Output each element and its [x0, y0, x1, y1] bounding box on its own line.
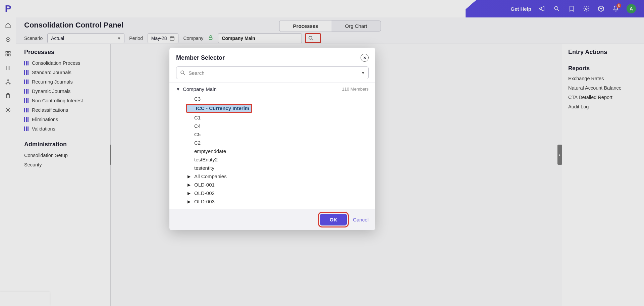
tree-item[interactable]: testEntity2 [186, 155, 369, 164]
tree-item-label: OLD-002 [194, 190, 215, 196]
modal-title: Member Selector [176, 54, 225, 61]
close-icon[interactable]: ✕ [361, 54, 369, 62]
tree-item[interactable]: testentity [186, 164, 369, 172]
tree-item-label: C3 [194, 96, 201, 102]
tree-item[interactable]: C1 [186, 113, 369, 122]
tree-item-label: C4 [194, 123, 201, 129]
tree-item-label: testEntity2 [194, 157, 218, 162]
tree-item-label: C1 [194, 115, 201, 120]
tree-item-label: ICC - Currency Interim [196, 105, 249, 111]
cancel-button[interactable]: Cancel [353, 214, 369, 225]
tree-item[interactable]: ▶OLD-002 [186, 189, 369, 197]
tree-item-label: C5 [194, 132, 201, 137]
tree-item[interactable]: ▶All Companies [186, 172, 369, 181]
tree-item[interactable]: C3 [186, 95, 369, 103]
tree-item[interactable]: ▶OLD-003 [186, 197, 369, 205]
svg-point-17 [181, 71, 184, 74]
tree-item[interactable]: C4 [186, 122, 369, 130]
tree-item-label: All Companies [194, 173, 227, 179]
chevron-down-icon[interactable]: ▼ [361, 71, 365, 75]
tree-item[interactable]: ICC - Currency Interim [186, 104, 252, 113]
tree-root[interactable]: ▼ Company Main 110 Members [176, 84, 369, 95]
tree-item-label: OLD-003 [194, 199, 215, 204]
expand-icon: ▶ [187, 183, 192, 187]
tree-item[interactable]: C2 [186, 139, 369, 147]
member-count: 110 Members [342, 87, 369, 92]
expand-icon: ▶ [187, 174, 192, 179]
expand-icon: ▶ [187, 191, 192, 196]
tree-item[interactable]: emptyenddate [186, 147, 369, 155]
member-selector-modal: Member Selector ✕ ▼ ▼ Company Main 110 M… [169, 48, 375, 230]
tree-item-label: OLD-001 [194, 182, 215, 188]
tree-item[interactable]: ▶OLD-001 [186, 181, 369, 189]
member-search-box[interactable]: ▼ [176, 66, 369, 79]
member-search-input[interactable] [189, 70, 359, 76]
search-icon [180, 70, 186, 76]
tree-item-label: emptyenddate [194, 148, 226, 154]
tree-item-label: testentity [194, 165, 214, 171]
tree-root-label: Company Main [183, 86, 217, 92]
chevron-down-icon: ▼ [176, 87, 180, 92]
ok-button[interactable]: OK [320, 214, 347, 225]
tree-item-label: C2 [194, 140, 201, 146]
expand-icon: ▶ [187, 199, 192, 204]
tree-item[interactable]: C5 [186, 130, 369, 139]
